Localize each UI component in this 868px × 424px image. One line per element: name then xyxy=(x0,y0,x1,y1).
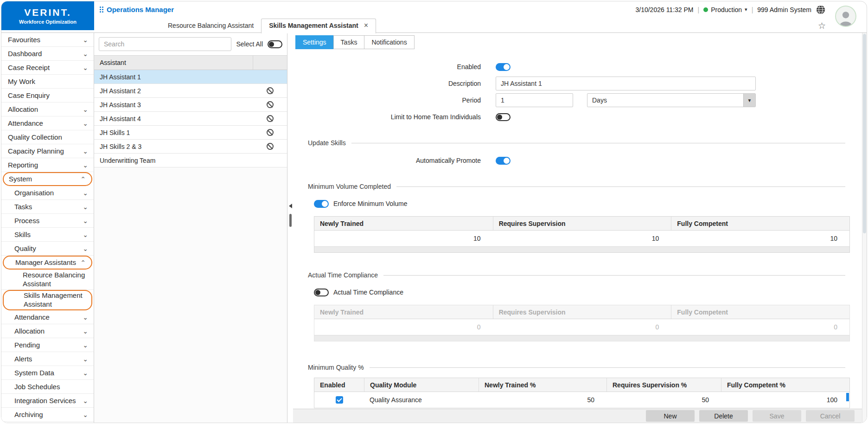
sidebar-item-skills-management-assistant[interactable]: Skills Management Assistant xyxy=(3,290,92,310)
assistant-row[interactable]: JH Assistant 3 xyxy=(94,98,287,112)
tab-skills-management-assistant[interactable]: Skills Management Assistant × xyxy=(261,19,376,33)
avatar[interactable] xyxy=(835,6,856,27)
quality-enabled-checkbox[interactable] xyxy=(336,396,343,404)
chevron-down-icon: ⌄ xyxy=(83,148,88,154)
sidebar-item-process[interactable]: Process ⌄ xyxy=(1,214,94,228)
delete-button[interactable]: Delete xyxy=(699,410,748,422)
user-name: 999 Admin System xyxy=(757,6,811,13)
sidebar-item-archiving[interactable]: Archiving ⌄ xyxy=(1,408,94,422)
description-label: Description xyxy=(293,80,481,87)
tab-notifications[interactable]: Notifications xyxy=(364,35,414,49)
sidebar-item-favourites[interactable]: Favourites ⌄ xyxy=(1,33,94,47)
panel-splitter[interactable] xyxy=(287,33,293,423)
sidebar-item-skills[interactable]: Skills ⌄ xyxy=(1,228,94,242)
sidebar-item-integration-services[interactable]: Integration Services ⌄ xyxy=(1,394,94,408)
assistant-name: JH Skills 2 & 3 xyxy=(94,143,253,150)
actual-time-row: Actual Time Compliance xyxy=(314,285,862,299)
search-input[interactable] xyxy=(99,37,231,51)
assistant-row[interactable]: Underwritting Team xyxy=(94,154,287,167)
period-input[interactable] xyxy=(496,93,573,107)
new-button[interactable]: New xyxy=(646,410,695,422)
sidebar-item-case-receipt[interactable]: Case Receipt ⌄ xyxy=(1,61,94,75)
app-grid-icon[interactable] xyxy=(100,6,103,13)
sidebar-item-job-schedules[interactable]: Job Schedules xyxy=(1,380,94,394)
cancel-button[interactable]: Cancel xyxy=(806,410,855,422)
sidebar-item-quality[interactable]: Quality ⌄ xyxy=(1,242,94,256)
vertical-scrollbar[interactable] xyxy=(862,33,867,423)
tab-tasks[interactable]: Tasks xyxy=(333,35,365,49)
actual-time-toggle[interactable] xyxy=(314,289,329,296)
tab-resource-balancing-assistant[interactable]: Resource Balancing Assistant xyxy=(160,19,261,32)
assistant-row[interactable]: JH Assistant 1 xyxy=(94,70,287,84)
splitter-grip-handle[interactable] xyxy=(289,214,292,227)
sidebar-item-resource-balancing-assistant[interactable]: Resource Balancing Assistant xyxy=(1,270,94,290)
sidebar-item-system-attendance[interactable]: Attendance ⌄ xyxy=(1,310,94,324)
chevron-down-icon: ⌄ xyxy=(83,370,88,376)
column-header-assistant[interactable]: Assistant xyxy=(94,59,253,66)
enabled-toggle[interactable] xyxy=(496,63,511,71)
sidebar-item-allocation[interactable]: Allocation ⌄ xyxy=(1,103,94,116)
sidebar-item-organisation[interactable]: Organisation ⌄ xyxy=(1,186,94,200)
enforce-min-volume-toggle[interactable] xyxy=(314,200,329,208)
enabled-row: Enabled xyxy=(293,58,862,75)
table-cell[interactable]: 50 xyxy=(606,392,721,408)
globe-icon[interactable] xyxy=(816,5,826,15)
sidebar-item-label: Job Schedules xyxy=(14,383,88,391)
detail-tabs: Settings Tasks Notifications xyxy=(293,33,862,49)
table-cell[interactable]: Quality Assurance xyxy=(364,392,479,408)
table-cell[interactable]: 10 xyxy=(314,231,493,246)
table-cell[interactable]: 10 xyxy=(493,231,671,246)
favorite-star-icon[interactable]: ☆ xyxy=(818,21,826,30)
table-header-row: Newly Trained Requires Supervision Fully… xyxy=(314,305,849,319)
sidebar-item-capacity-planning[interactable]: Capacity Planning ⌄ xyxy=(1,144,94,158)
collapse-panel-icon[interactable] xyxy=(289,204,292,208)
table-row[interactable]: Quality Assurance 50 50 100 xyxy=(314,392,849,408)
sidebar-item-attendance[interactable]: Attendance ⌄ xyxy=(1,116,94,130)
sidebar-item-alerts[interactable]: Alerts ⌄ xyxy=(1,352,94,366)
sidebar-item-label: My Work xyxy=(8,77,88,86)
sidebar-item-system[interactable]: System ⌃ xyxy=(3,172,92,186)
sidebar-item-label: Quality Collection xyxy=(8,133,88,141)
chevron-down-icon: ⌄ xyxy=(83,190,88,196)
assistant-row[interactable]: JH Skills 2 & 3 xyxy=(94,140,287,154)
sidebar-item-tasks[interactable]: Tasks ⌄ xyxy=(1,200,94,214)
assistant-row[interactable]: JH Skills 1 xyxy=(94,126,287,140)
table-row[interactable]: 10 10 10 xyxy=(314,231,849,246)
section-update-skills: Update Skills xyxy=(308,139,845,147)
sidebar-item-system-data[interactable]: System Data ⌄ xyxy=(1,366,94,380)
auto-promote-toggle[interactable] xyxy=(496,157,511,165)
sidebar-item-case-enquiry[interactable]: Case Enquiry xyxy=(1,89,94,103)
select-all-toggle[interactable] xyxy=(268,40,282,48)
section-rule xyxy=(396,186,845,187)
auto-promote-label: Automatically Promote xyxy=(293,157,481,164)
period-unit-select[interactable]: Days ▼ xyxy=(587,93,756,107)
description-input[interactable] xyxy=(496,77,756,90)
assistant-row[interactable]: JH Assistant 4 xyxy=(94,112,287,126)
save-button[interactable]: Save xyxy=(753,410,801,422)
table-scrollbar-thumb[interactable] xyxy=(846,393,849,401)
enforce-min-volume-row: Enforce Minimum Volume xyxy=(314,197,862,211)
sidebar-item-reporting[interactable]: Reporting ⌄ xyxy=(1,158,94,172)
table-cell[interactable]: 50 xyxy=(479,392,606,408)
dropdown-arrow-button[interactable]: ▼ xyxy=(743,94,755,107)
table-cell[interactable]: 100 xyxy=(721,392,849,408)
environment-label: Production xyxy=(711,6,742,13)
assistant-row[interactable]: JH Assistant 2 xyxy=(94,84,287,98)
dropdown-arrow-icon: ▼ xyxy=(747,98,752,103)
limit-home-toggle[interactable] xyxy=(496,113,511,121)
environment-selector[interactable]: Production ▾ xyxy=(703,6,747,13)
sidebar-item-system-allocation[interactable]: Allocation ⌄ xyxy=(1,324,94,338)
detail-panel: Settings Tasks Notifications Enabled Des… xyxy=(293,33,862,423)
tab-settings[interactable]: Settings xyxy=(295,35,334,49)
close-icon[interactable]: × xyxy=(364,22,368,29)
sidebar-item-dashboard[interactable]: Dashboard ⌄ xyxy=(1,47,94,61)
sidebar-item-quality-collection[interactable]: Quality Collection xyxy=(1,130,94,144)
sidebar-item-my-work[interactable]: My Work xyxy=(1,75,94,89)
scrollbar-thumb[interactable] xyxy=(863,34,866,233)
sidebar-item-manager-assistants[interactable]: Manager Assistants ⌃ xyxy=(3,256,92,270)
period-label: Period xyxy=(293,96,481,104)
assistant-name: JH Assistant 1 xyxy=(94,73,253,81)
sidebar-item-pending[interactable]: Pending ⌄ xyxy=(1,338,94,352)
verint-logo: VERINT. Workforce Optimization xyxy=(1,1,94,30)
table-cell[interactable]: 10 xyxy=(671,231,849,246)
